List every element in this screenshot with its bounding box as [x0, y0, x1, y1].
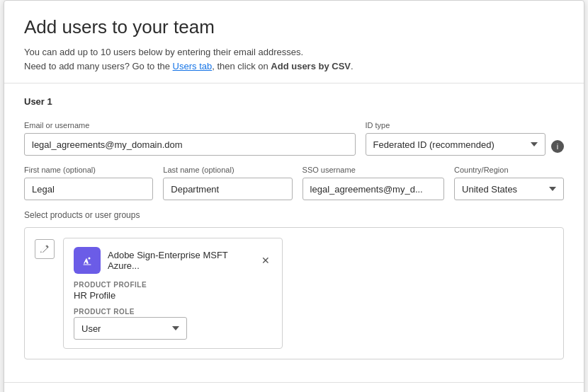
email-input[interactable] [24, 133, 356, 156]
modal-footer: Cancel Save [4, 382, 584, 392]
id-type-select-group: Federated ID (recommended) Adobe ID Ente… [366, 133, 546, 156]
last-name-group: Last name (optional) [163, 166, 292, 200]
remove-product-button[interactable]: ✕ [259, 254, 272, 267]
modal-description: You can add up to 10 users below by ente… [24, 45, 564, 73]
product-icon [74, 247, 101, 274]
adobe-sign-icon [79, 253, 95, 268]
country-label: Country/Region [454, 166, 564, 174]
id-type-label: ID type [366, 121, 565, 129]
product-profile-value: HR Profile [74, 290, 272, 301]
product-card: Adobe Sign-Enterprise MSFT Azure... ✕ PR… [63, 238, 283, 349]
first-name-label: First name (optional) [24, 166, 153, 174]
desc-line2-post: , then click on [212, 61, 271, 71]
role-select-wrap: User Admin Product Admin [74, 317, 272, 340]
first-name-group: First name (optional) [24, 166, 153, 200]
page-title: Add users to your team [24, 16, 564, 38]
desc-end: . [351, 61, 354, 71]
id-type-row: Federated ID (recommended) Adobe ID Ente… [366, 133, 565, 156]
desc-line2-pre: Need to add many users? Go to the [24, 61, 173, 71]
user-1-section: User 1 Email or username ID type Federat… [24, 96, 564, 359]
id-type-select[interactable]: Federated ID (recommended) Adobe ID Ente… [366, 133, 546, 156]
last-name-label: Last name (optional) [163, 166, 292, 174]
email-label: Email or username [24, 121, 356, 129]
name-sso-row: First name (optional) Last name (optiona… [24, 166, 564, 200]
products-label: Select products or user groups [24, 210, 564, 220]
product-profile-label: PRODUCT PROFILE [74, 281, 272, 289]
product-card-header: Adobe Sign-Enterprise MSFT Azure... ✕ [74, 247, 272, 274]
products-area: Adobe Sign-Enterprise MSFT Azure... ✕ PR… [24, 227, 564, 359]
role-select[interactable]: User Admin Product Admin [74, 317, 187, 340]
first-name-input[interactable] [24, 178, 153, 200]
info-icon[interactable]: i [551, 140, 564, 153]
email-group: Email or username [24, 121, 356, 156]
modal-header: Add users to your team You can add up to… [4, 1, 584, 83]
sso-input[interactable] [303, 178, 445, 200]
country-group: Country/Region United States Canada Unit… [454, 166, 564, 200]
sso-group: SSO username [303, 166, 445, 200]
id-type-group: ID type Federated ID (recommended) Adobe… [366, 121, 565, 156]
user-section-label: User 1 [24, 96, 564, 111]
edit-button[interactable] [35, 239, 55, 259]
pencil-icon [40, 244, 50, 254]
modal-body: User 1 Email or username ID type Federat… [4, 83, 584, 372]
close-icon: ✕ [261, 255, 270, 266]
add-by-csv-label: Add users by CSV [271, 61, 351, 71]
add-users-modal: Add users to your team You can add up to… [4, 0, 584, 392]
users-tab-link[interactable]: Users tab [173, 61, 213, 71]
product-name: Adobe Sign-Enterprise MSFT Azure... [108, 250, 252, 271]
country-select[interactable]: United States Canada United Kingdom Aust… [454, 178, 564, 200]
desc-line1: You can add up to 10 users below by ente… [24, 47, 303, 57]
last-name-input[interactable] [163, 178, 292, 200]
info-symbol: i [557, 142, 558, 151]
svg-point-1 [89, 258, 91, 260]
email-id-row: Email or username ID type Federated ID (… [24, 121, 564, 156]
product-role-label: PRODUCT ROLE [74, 308, 272, 316]
sso-label: SSO username [303, 166, 445, 174]
